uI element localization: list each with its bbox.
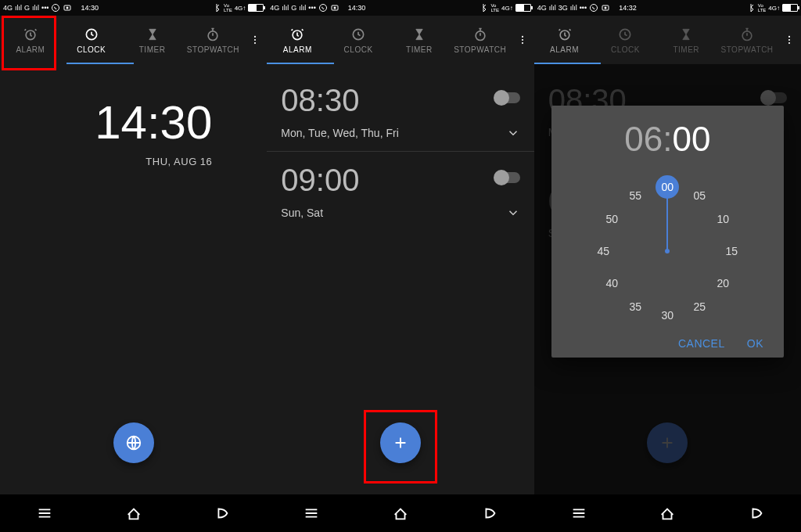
tab-clock[interactable]: CLOCK <box>594 16 656 64</box>
tab-bar: ALARM CLOCK TIMER STOPWATCH <box>0 16 267 64</box>
chevron-down-icon[interactable] <box>506 126 520 140</box>
signal-icon: ılıl <box>282 4 289 12</box>
whatsapp-icon <box>589 3 598 13</box>
bluetooth-icon <box>212 3 221 13</box>
hourglass-icon <box>145 27 160 42</box>
svg-point-16 <box>522 36 523 38</box>
tab-timer[interactable]: TIMER <box>389 16 450 64</box>
lte4g-icon: 4G↑ <box>768 5 780 12</box>
svg-point-7 <box>254 39 256 41</box>
minute-tick[interactable]: 20 <box>711 277 735 289</box>
tab-alarm[interactable]: ALARM <box>534 16 595 64</box>
minute-tick[interactable]: 45 <box>591 245 615 257</box>
overflow-menu[interactable] <box>778 16 801 64</box>
tab-label: ALARM <box>283 45 312 54</box>
net-3g: 3G <box>559 4 568 12</box>
ok-button[interactable]: OK <box>747 337 763 350</box>
minute-tick[interactable]: 50 <box>600 213 623 225</box>
minute-tick[interactable]: 15 <box>720 245 743 257</box>
status-time: 14:30 <box>81 4 99 12</box>
whatsapp-icon <box>318 3 328 13</box>
tab-label: CLOCK <box>344 45 373 54</box>
alarm-item[interactable]: 08:30 Mon, Tue, Wed, Thu, Fri <box>267 72 533 151</box>
tab-stopwatch[interactable]: STOPWATCH <box>182 16 243 64</box>
clock-icon <box>617 27 633 42</box>
recents-icon[interactable] <box>303 505 320 522</box>
minute-tick[interactable]: 10 <box>711 213 735 225</box>
clock-icon <box>84 27 99 42</box>
tab-label: STOPWATCH <box>454 45 506 54</box>
svg-point-12 <box>333 7 336 9</box>
svg-point-2 <box>66 7 69 9</box>
status-bar: 4G ılıl G ılıl ••• 14:30 VoLTE 4G↑ <box>0 0 267 16</box>
net-4g: 4G <box>537 4 547 12</box>
picker-minutes[interactable]: 00 <box>672 120 710 158</box>
overflow-menu[interactable] <box>243 16 267 64</box>
minute-tick[interactable]: 25 <box>688 300 711 313</box>
clock-date-text: THU, AUG 16 <box>0 156 212 167</box>
bluetooth-icon <box>479 3 488 13</box>
globe-icon <box>125 434 142 451</box>
net-4g: 4G <box>270 4 279 12</box>
stopwatch-icon <box>739 27 755 42</box>
minute-tick[interactable]: 40 <box>600 277 623 289</box>
home-icon[interactable] <box>659 505 676 522</box>
svg-point-18 <box>522 42 523 44</box>
alarm-toggle[interactable] <box>495 92 520 103</box>
signal-icon: ılıl <box>32 4 39 12</box>
whatsapp-icon <box>51 3 60 13</box>
home-icon[interactable] <box>125 505 142 522</box>
android-navbar <box>0 494 267 532</box>
tab-timer[interactable]: TIMER <box>122 16 183 64</box>
status-time: 14:32 <box>619 4 637 12</box>
alarm-time[interactable]: 08:30 <box>281 83 519 118</box>
overflow-menu[interactable] <box>511 16 534 64</box>
svg-point-27 <box>788 42 790 44</box>
tab-label: CLOCK <box>77 45 106 54</box>
chevron-down-icon[interactable] <box>506 206 520 220</box>
fab-cities[interactable] <box>113 422 154 463</box>
picker-clockface[interactable]: 000510152025303540455055 <box>589 173 745 329</box>
android-navbar <box>267 494 533 532</box>
minute-tick[interactable]: 30 <box>656 309 679 322</box>
minute-tick[interactable]: 00 <box>656 175 679 199</box>
center-dot <box>665 249 670 253</box>
status-time: 14:30 <box>348 4 366 12</box>
alarm-days: Mon, Tue, Wed, Thu, Fri <box>281 127 398 139</box>
alarm-time[interactable]: 09:00 <box>281 163 519 198</box>
bluetooth-icon <box>746 3 756 13</box>
tab-indicator <box>66 63 133 64</box>
tab-alarm[interactable]: ALARM <box>0 16 61 64</box>
alarm-item[interactable]: 09:00 Sun, Sat <box>267 152 533 231</box>
time-picker-dialog: 06:00 000510152025303540455055 CANCEL OK <box>551 106 784 358</box>
picker-hours[interactable]: 06 <box>624 120 663 158</box>
recents-icon[interactable] <box>36 505 53 522</box>
signal-icon: ılıl <box>15 4 22 12</box>
alarm-icon <box>23 27 38 42</box>
tab-label: CLOCK <box>611 45 640 54</box>
tab-clock[interactable]: CLOCK <box>328 16 389 64</box>
tab-stopwatch[interactable]: STOPWATCH <box>450 16 511 64</box>
fab-add-alarm[interactable] <box>380 422 421 463</box>
recents-icon[interactable] <box>570 505 587 522</box>
tab-timer[interactable]: TIMER <box>656 16 717 64</box>
net-4g: 4G <box>3 4 13 12</box>
status-bar: 4G ılıl G ılıl ••• 14:30 VoLTE 4G↑ <box>267 0 533 16</box>
cancel-button[interactable]: CANCEL <box>678 337 725 350</box>
back-icon[interactable] <box>748 505 765 522</box>
tab-clock[interactable]: CLOCK <box>61 16 122 64</box>
minute-tick[interactable]: 35 <box>623 300 647 313</box>
tab-stopwatch[interactable]: STOPWATCH <box>717 16 778 64</box>
alarm-toggle[interactable] <box>495 172 520 183</box>
minute-tick[interactable]: 05 <box>688 189 711 202</box>
more-vert-icon <box>250 34 260 45</box>
camera-icon <box>63 3 72 13</box>
clock-time-text: 14:30 <box>0 95 212 149</box>
minute-tick[interactable]: 55 <box>623 189 647 202</box>
home-icon[interactable] <box>392 505 409 522</box>
back-icon[interactable] <box>214 505 231 522</box>
net-g: G <box>24 4 30 12</box>
back-icon[interactable] <box>481 505 498 522</box>
tab-alarm[interactable]: ALARM <box>267 16 328 64</box>
tab-label: TIMER <box>406 45 433 54</box>
